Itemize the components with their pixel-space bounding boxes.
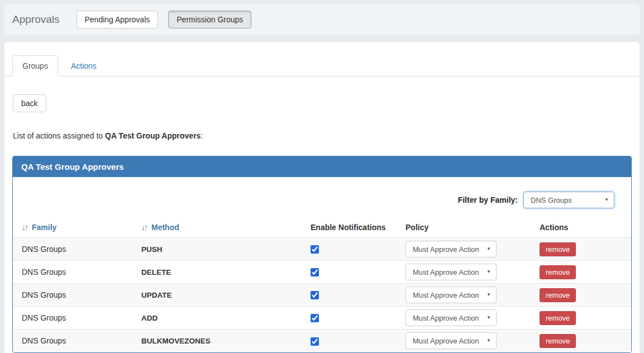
tab-bar: Groups Actions <box>4 42 640 77</box>
description-suffix: : <box>201 131 203 140</box>
enable-notifications-checkbox[interactable] <box>311 337 319 346</box>
panel-body: Filter by Family: DNS Groups ▼ ↓↑Family … <box>13 177 631 352</box>
remove-button[interactable]: remove <box>540 288 576 302</box>
table-body: DNS Groups PUSH Must Approve Action ▼ re… <box>13 238 631 352</box>
family-filter-value: DNS Groups <box>531 196 572 204</box>
description-prefix: List of actions assigned to <box>13 131 105 140</box>
pending-approvals-button[interactable]: Pending Approvals <box>77 11 159 28</box>
column-header-actions: Actions <box>535 220 631 238</box>
enable-notifications-checkbox[interactable] <box>311 291 319 299</box>
column-header-method-label: Method <box>151 223 179 232</box>
method-cell: BULKMOVEZONES <box>137 330 306 352</box>
remove-button[interactable]: remove <box>540 311 576 325</box>
policy-select-value: Must Approve Action <box>413 314 479 322</box>
table-row: DNS Groups UPDATE Must Approve Action ▼ … <box>13 284 631 307</box>
tab-actions[interactable]: Actions <box>61 55 107 77</box>
sort-icon: ↓↑ <box>141 223 147 232</box>
policy-select-value: Must Approve Action <box>413 337 479 345</box>
page-title: Approvals <box>12 13 60 26</box>
enable-notifications-checkbox[interactable] <box>311 268 319 276</box>
caret-down-icon: ▼ <box>486 316 491 320</box>
column-header-family[interactable]: ↓↑Family <box>13 220 137 238</box>
policy-select[interactable]: Must Approve Action ▼ <box>406 264 497 280</box>
caret-down-icon: ▼ <box>486 293 491 297</box>
table-row: DNS Groups DELETE Must Approve Action ▼ … <box>13 261 631 284</box>
table-row: DNS Groups BULKMOVEZONES Must Approve Ac… <box>13 330 631 352</box>
permission-groups-button[interactable]: Permission Groups <box>168 11 251 28</box>
family-cell: DNS Groups <box>13 307 137 330</box>
main-content: Groups Actions back List of actions assi… <box>4 42 640 353</box>
family-cell: DNS Groups <box>13 330 137 352</box>
method-cell: PUSH <box>137 238 306 261</box>
back-button[interactable]: back <box>13 94 46 112</box>
policy-select-value: Must Approve Action <box>413 268 479 276</box>
policy-select-value: Must Approve Action <box>413 291 479 299</box>
policy-select[interactable]: Must Approve Action ▼ <box>406 309 497 326</box>
policy-select[interactable]: Must Approve Action ▼ <box>406 241 497 257</box>
policy-select-value: Must Approve Action <box>413 245 479 254</box>
caret-down-icon: ▼ <box>486 270 491 274</box>
enable-notifications-checkbox[interactable] <box>311 245 319 254</box>
tab-groups[interactable]: Groups <box>12 55 58 77</box>
column-header-policy: Policy <box>401 220 535 238</box>
table-header-row: ↓↑Family ↓↑Method Enable Notifications P… <box>13 220 631 238</box>
actions-table: ↓↑Family ↓↑Method Enable Notifications P… <box>13 220 631 352</box>
table-row: DNS Groups ADD Must Approve Action ▼ rem… <box>13 307 631 330</box>
family-cell: DNS Groups <box>13 284 137 307</box>
caret-down-icon: ▼ <box>486 338 491 343</box>
sort-icon: ↓↑ <box>22 223 27 232</box>
table-row: DNS Groups PUSH Must Approve Action ▼ re… <box>13 238 631 261</box>
method-cell: UPDATE <box>137 284 306 307</box>
column-header-enable-notifications: Enable Notifications <box>306 220 401 238</box>
column-header-method[interactable]: ↓↑Method <box>137 220 306 238</box>
group-panel: QA Test Group Approvers Filter by Family… <box>12 156 632 353</box>
family-cell: DNS Groups <box>13 261 137 284</box>
description-text: List of actions assigned to QA Test Grou… <box>13 131 640 140</box>
filter-by-family-label: Filter by Family: <box>458 195 518 204</box>
caret-down-icon: ▼ <box>604 198 609 202</box>
remove-button[interactable]: remove <box>540 242 576 256</box>
method-cell: ADD <box>137 307 306 330</box>
remove-button[interactable]: remove <box>540 334 576 348</box>
policy-select[interactable]: Must Approve Action ▼ <box>406 287 497 303</box>
description-group-name: QA Test Group Approvers <box>105 131 201 140</box>
method-cell: DELETE <box>137 261 306 284</box>
panel-title: QA Test Group Approvers <box>13 156 631 177</box>
enable-notifications-checkbox[interactable] <box>311 314 319 322</box>
remove-button[interactable]: remove <box>540 265 576 279</box>
column-header-family-label: Family <box>32 223 56 232</box>
family-cell: DNS Groups <box>13 238 137 261</box>
family-filter-select[interactable]: DNS Groups ▼ <box>523 192 614 208</box>
app-header: Approvals Pending Approvals Permission G… <box>4 4 640 35</box>
caret-down-icon: ▼ <box>486 247 491 251</box>
policy-select[interactable]: Must Approve Action ▼ <box>406 332 497 349</box>
filter-row: Filter by Family: DNS Groups ▼ <box>13 177 631 220</box>
